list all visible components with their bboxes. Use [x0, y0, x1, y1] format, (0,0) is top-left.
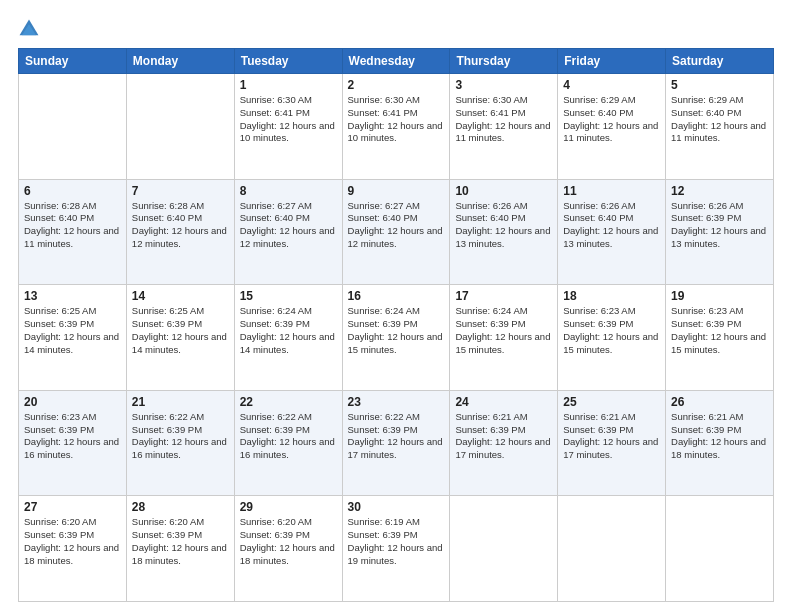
calendar-cell: 10Sunrise: 6:26 AM Sunset: 6:40 PM Dayli…: [450, 179, 558, 285]
day-info: Sunrise: 6:30 AM Sunset: 6:41 PM Dayligh…: [348, 94, 445, 145]
day-info: Sunrise: 6:27 AM Sunset: 6:40 PM Dayligh…: [240, 200, 337, 251]
calendar-cell: 2Sunrise: 6:30 AM Sunset: 6:41 PM Daylig…: [342, 74, 450, 180]
day-number: 13: [24, 289, 121, 303]
calendar-cell: [666, 496, 774, 602]
day-info: Sunrise: 6:26 AM Sunset: 6:40 PM Dayligh…: [563, 200, 660, 251]
calendar-cell: 13Sunrise: 6:25 AM Sunset: 6:39 PM Dayli…: [19, 285, 127, 391]
calendar-cell: 9Sunrise: 6:27 AM Sunset: 6:40 PM Daylig…: [342, 179, 450, 285]
day-number: 8: [240, 184, 337, 198]
day-number: 20: [24, 395, 121, 409]
calendar-cell: 23Sunrise: 6:22 AM Sunset: 6:39 PM Dayli…: [342, 390, 450, 496]
calendar-cell: 3Sunrise: 6:30 AM Sunset: 6:41 PM Daylig…: [450, 74, 558, 180]
day-info: Sunrise: 6:26 AM Sunset: 6:39 PM Dayligh…: [671, 200, 768, 251]
day-info: Sunrise: 6:21 AM Sunset: 6:39 PM Dayligh…: [671, 411, 768, 462]
day-number: 14: [132, 289, 229, 303]
day-number: 19: [671, 289, 768, 303]
calendar-cell: 24Sunrise: 6:21 AM Sunset: 6:39 PM Dayli…: [450, 390, 558, 496]
calendar-header-row: SundayMondayTuesdayWednesdayThursdayFrid…: [19, 49, 774, 74]
day-info: Sunrise: 6:21 AM Sunset: 6:39 PM Dayligh…: [455, 411, 552, 462]
calendar-cell: 8Sunrise: 6:27 AM Sunset: 6:40 PM Daylig…: [234, 179, 342, 285]
calendar-cell: 25Sunrise: 6:21 AM Sunset: 6:39 PM Dayli…: [558, 390, 666, 496]
calendar-cell: 6Sunrise: 6:28 AM Sunset: 6:40 PM Daylig…: [19, 179, 127, 285]
day-number: 22: [240, 395, 337, 409]
calendar-cell: 1Sunrise: 6:30 AM Sunset: 6:41 PM Daylig…: [234, 74, 342, 180]
day-number: 9: [348, 184, 445, 198]
calendar-table: SundayMondayTuesdayWednesdayThursdayFrid…: [18, 48, 774, 602]
day-info: Sunrise: 6:28 AM Sunset: 6:40 PM Dayligh…: [132, 200, 229, 251]
day-info: Sunrise: 6:21 AM Sunset: 6:39 PM Dayligh…: [563, 411, 660, 462]
weekday-header: Saturday: [666, 49, 774, 74]
day-number: 28: [132, 500, 229, 514]
day-number: 18: [563, 289, 660, 303]
calendar-cell: 7Sunrise: 6:28 AM Sunset: 6:40 PM Daylig…: [126, 179, 234, 285]
calendar-cell: 30Sunrise: 6:19 AM Sunset: 6:39 PM Dayli…: [342, 496, 450, 602]
day-number: 17: [455, 289, 552, 303]
calendar-cell: 5Sunrise: 6:29 AM Sunset: 6:40 PM Daylig…: [666, 74, 774, 180]
day-info: Sunrise: 6:25 AM Sunset: 6:39 PM Dayligh…: [24, 305, 121, 356]
day-info: Sunrise: 6:22 AM Sunset: 6:39 PM Dayligh…: [132, 411, 229, 462]
day-info: Sunrise: 6:24 AM Sunset: 6:39 PM Dayligh…: [348, 305, 445, 356]
logo-icon: [18, 18, 40, 40]
top-header: [18, 18, 774, 40]
calendar-week-row: 1Sunrise: 6:30 AM Sunset: 6:41 PM Daylig…: [19, 74, 774, 180]
day-info: Sunrise: 6:20 AM Sunset: 6:39 PM Dayligh…: [132, 516, 229, 567]
day-number: 30: [348, 500, 445, 514]
day-number: 26: [671, 395, 768, 409]
calendar-cell: 26Sunrise: 6:21 AM Sunset: 6:39 PM Dayli…: [666, 390, 774, 496]
day-info: Sunrise: 6:27 AM Sunset: 6:40 PM Dayligh…: [348, 200, 445, 251]
weekday-header: Wednesday: [342, 49, 450, 74]
calendar-cell: 11Sunrise: 6:26 AM Sunset: 6:40 PM Dayli…: [558, 179, 666, 285]
weekday-header: Thursday: [450, 49, 558, 74]
calendar-cell: [558, 496, 666, 602]
calendar-cell: 14Sunrise: 6:25 AM Sunset: 6:39 PM Dayli…: [126, 285, 234, 391]
calendar-cell: [450, 496, 558, 602]
day-info: Sunrise: 6:24 AM Sunset: 6:39 PM Dayligh…: [455, 305, 552, 356]
day-info: Sunrise: 6:24 AM Sunset: 6:39 PM Dayligh…: [240, 305, 337, 356]
calendar-week-row: 13Sunrise: 6:25 AM Sunset: 6:39 PM Dayli…: [19, 285, 774, 391]
day-number: 16: [348, 289, 445, 303]
day-number: 12: [671, 184, 768, 198]
day-info: Sunrise: 6:29 AM Sunset: 6:40 PM Dayligh…: [671, 94, 768, 145]
day-number: 29: [240, 500, 337, 514]
weekday-header: Friday: [558, 49, 666, 74]
calendar-cell: 16Sunrise: 6:24 AM Sunset: 6:39 PM Dayli…: [342, 285, 450, 391]
day-number: 4: [563, 78, 660, 92]
day-number: 25: [563, 395, 660, 409]
day-info: Sunrise: 6:22 AM Sunset: 6:39 PM Dayligh…: [348, 411, 445, 462]
calendar-cell: 12Sunrise: 6:26 AM Sunset: 6:39 PM Dayli…: [666, 179, 774, 285]
day-info: Sunrise: 6:19 AM Sunset: 6:39 PM Dayligh…: [348, 516, 445, 567]
calendar-cell: 19Sunrise: 6:23 AM Sunset: 6:39 PM Dayli…: [666, 285, 774, 391]
day-number: 10: [455, 184, 552, 198]
weekday-header: Monday: [126, 49, 234, 74]
day-info: Sunrise: 6:23 AM Sunset: 6:39 PM Dayligh…: [563, 305, 660, 356]
day-number: 27: [24, 500, 121, 514]
page: SundayMondayTuesdayWednesdayThursdayFrid…: [0, 0, 792, 612]
weekday-header: Sunday: [19, 49, 127, 74]
calendar-cell: 28Sunrise: 6:20 AM Sunset: 6:39 PM Dayli…: [126, 496, 234, 602]
calendar-cell: 17Sunrise: 6:24 AM Sunset: 6:39 PM Dayli…: [450, 285, 558, 391]
weekday-header: Tuesday: [234, 49, 342, 74]
calendar-cell: 18Sunrise: 6:23 AM Sunset: 6:39 PM Dayli…: [558, 285, 666, 391]
day-info: Sunrise: 6:30 AM Sunset: 6:41 PM Dayligh…: [240, 94, 337, 145]
day-info: Sunrise: 6:26 AM Sunset: 6:40 PM Dayligh…: [455, 200, 552, 251]
calendar-cell: [19, 74, 127, 180]
calendar-cell: 4Sunrise: 6:29 AM Sunset: 6:40 PM Daylig…: [558, 74, 666, 180]
calendar-week-row: 6Sunrise: 6:28 AM Sunset: 6:40 PM Daylig…: [19, 179, 774, 285]
day-number: 2: [348, 78, 445, 92]
day-info: Sunrise: 6:28 AM Sunset: 6:40 PM Dayligh…: [24, 200, 121, 251]
day-number: 5: [671, 78, 768, 92]
calendar-cell: 29Sunrise: 6:20 AM Sunset: 6:39 PM Dayli…: [234, 496, 342, 602]
day-info: Sunrise: 6:30 AM Sunset: 6:41 PM Dayligh…: [455, 94, 552, 145]
calendar-cell: [126, 74, 234, 180]
day-number: 24: [455, 395, 552, 409]
day-number: 15: [240, 289, 337, 303]
calendar-cell: 15Sunrise: 6:24 AM Sunset: 6:39 PM Dayli…: [234, 285, 342, 391]
calendar-week-row: 27Sunrise: 6:20 AM Sunset: 6:39 PM Dayli…: [19, 496, 774, 602]
day-info: Sunrise: 6:29 AM Sunset: 6:40 PM Dayligh…: [563, 94, 660, 145]
calendar-cell: 22Sunrise: 6:22 AM Sunset: 6:39 PM Dayli…: [234, 390, 342, 496]
day-number: 1: [240, 78, 337, 92]
day-number: 7: [132, 184, 229, 198]
calendar-cell: 20Sunrise: 6:23 AM Sunset: 6:39 PM Dayli…: [19, 390, 127, 496]
day-number: 23: [348, 395, 445, 409]
day-info: Sunrise: 6:22 AM Sunset: 6:39 PM Dayligh…: [240, 411, 337, 462]
